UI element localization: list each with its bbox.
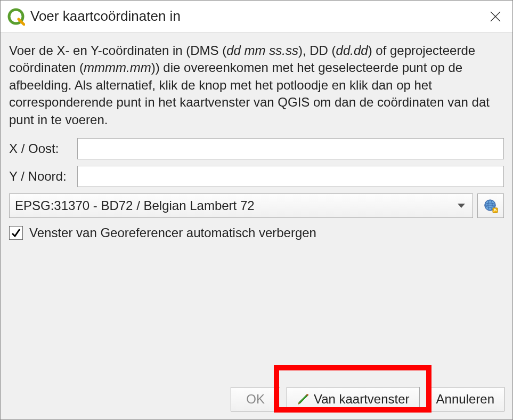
crs-dropdown[interactable]: EPSG:31370 - BD72 / Belgian Lambert 72 xyxy=(9,193,473,218)
crs-selected-label: EPSG:31370 - BD72 / Belgian Lambert 72 xyxy=(15,198,458,213)
svg-rect-7 xyxy=(493,208,498,213)
titlebar: Voer kaartcoördinaten in xyxy=(1,1,512,33)
y-coordinate-input[interactable] xyxy=(77,166,504,187)
ok-button[interactable]: OK xyxy=(231,387,280,411)
dialog-title: Voer kaartcoördinaten in xyxy=(30,8,485,25)
cancel-button[interactable]: Annuleren xyxy=(426,387,504,411)
close-icon xyxy=(490,11,501,22)
from-map-canvas-button[interactable]: Van kaartvenster xyxy=(287,387,420,411)
format-dd: dd.dd xyxy=(336,43,368,58)
instr-part: ), DD ( xyxy=(298,43,336,58)
x-label: X / Oost: xyxy=(9,141,77,156)
close-button[interactable] xyxy=(485,6,506,27)
dialog-window: Voer kaartcoördinaten in Voer de X- en Y… xyxy=(0,0,513,420)
dialog-button-row: OK Van kaartvenster Annuleren xyxy=(231,387,504,411)
format-dms: dd mm ss.ss xyxy=(226,43,298,58)
format-projected: mmmm.mm xyxy=(84,60,151,75)
auto-hide-label: Venster van Georeferencer automatisch ve… xyxy=(29,225,316,240)
y-coordinate-row: Y / Noord: xyxy=(9,166,504,187)
dialog-content: Voer de X- en Y-coördinaten in (DMS (dd … xyxy=(1,33,512,419)
auto-hide-row: Venster van Georeferencer automatisch ve… xyxy=(9,225,504,240)
x-coordinate-input[interactable] xyxy=(77,138,504,159)
x-coordinate-row: X / Oost: xyxy=(9,138,504,159)
crs-picker-button[interactable] xyxy=(477,193,504,218)
chevron-down-icon xyxy=(458,204,465,208)
from-map-label: Van kaartvenster xyxy=(314,392,410,407)
crs-row: EPSG:31370 - BD72 / Belgian Lambert 72 xyxy=(9,193,504,218)
checkmark-icon xyxy=(11,228,21,238)
instructions-text: Voer de X- en Y-coördinaten in (DMS (dd … xyxy=(9,42,504,128)
instr-part: Voer de X- en Y-coördinaten in (DMS ( xyxy=(9,43,226,58)
globe-icon xyxy=(483,198,498,213)
auto-hide-checkbox[interactable] xyxy=(9,226,23,240)
y-label: Y / Noord: xyxy=(9,169,77,184)
pencil-icon xyxy=(297,393,310,406)
qgis-logo-icon xyxy=(7,7,25,26)
